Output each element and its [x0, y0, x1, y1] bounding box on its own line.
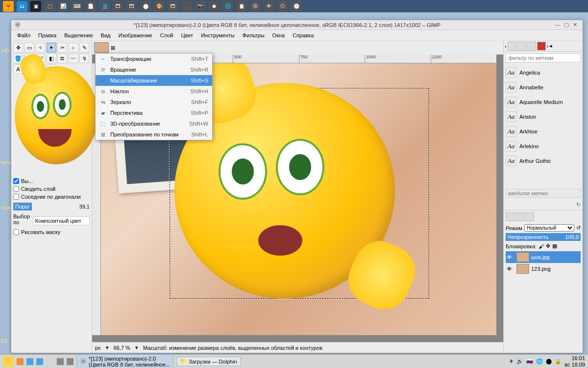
app-icon[interactable]: 🕑	[291, 1, 302, 12]
font-list[interactable]: AaAngelica AaAnnabelle AaAquarelle Mediu…	[504, 64, 583, 187]
path-tool-icon[interactable]: ↯	[79, 53, 89, 63]
tray-icon[interactable]: 🔊	[516, 358, 523, 365]
launcher-icon[interactable]	[36, 358, 43, 365]
app-icon[interactable]: 🗔	[126, 1, 137, 12]
app-icon[interactable]: 🗔	[168, 1, 178, 12]
tray-icon[interactable]: 🌐	[536, 358, 543, 365]
menu-item-scale[interactable]: ⤢МасштабированиеShift+S	[96, 75, 212, 86]
minimize-button[interactable]: —	[555, 22, 562, 28]
menu-file[interactable]: Файл	[13, 31, 34, 40]
doc-history-tab-icon[interactable]	[537, 42, 546, 51]
menu-item-rotate[interactable]: ⟳ВращениеShift+R	[96, 64, 212, 75]
tray-icon[interactable]: ⬤	[546, 358, 552, 365]
app-icon[interactable]: 📷	[195, 1, 206, 12]
taskbar-task-gimp[interactable]: 🐺 *[123] (импортировано)-2.0 (Цвета RGB …	[76, 354, 173, 368]
terminal-icon[interactable]: ▣	[30, 1, 41, 12]
menu-edit[interactable]: Правка	[34, 31, 60, 40]
font-filter-input[interactable]	[506, 53, 581, 62]
app-icon[interactable]: ⬤	[140, 1, 151, 12]
threshold-slider[interactable]: Порог 39,1	[13, 203, 90, 210]
dock-menu-icon[interactable]: ◂	[549, 43, 552, 49]
app-icon[interactable]: 🌐	[222, 1, 233, 12]
check-merge-layer[interactable]: Сводить слой	[13, 185, 90, 193]
check-diagonal[interactable]: Соседние по диагонали	[13, 193, 90, 201]
app-icon[interactable]: ⓐ	[250, 1, 261, 12]
start-icon[interactable]	[3, 356, 14, 367]
menu-item-3d-transform[interactable]: ⬚3D-преобразованиеShift+W	[96, 118, 212, 129]
font-tags-input[interactable]	[506, 189, 581, 198]
chevron-left-icon[interactable]: ‹	[505, 43, 507, 49]
menu-color[interactable]: Цвет	[177, 31, 197, 40]
layers-tab-icon[interactable]	[506, 212, 514, 221]
app-icon[interactable]: 📊	[58, 1, 69, 12]
free-select-tool-icon[interactable]: ✧	[35, 43, 45, 53]
fonts-tab-icon[interactable]	[527, 42, 536, 51]
clone-tool-icon[interactable]: ⧉	[57, 53, 67, 63]
maximize-button[interactable]: ▢	[564, 22, 571, 28]
paths-tab-icon[interactable]	[525, 212, 534, 221]
crop-tool-icon[interactable]: ✂	[57, 43, 67, 53]
image-tab-thumb[interactable]	[94, 42, 109, 53]
smudge-tool-icon[interactable]: 〰	[69, 53, 78, 63]
channels-tab-icon[interactable]	[515, 212, 524, 221]
rect-select-tool-icon[interactable]: ▭	[24, 43, 34, 53]
brushes-tab-icon[interactable]	[508, 42, 516, 51]
layer-name[interactable]: 123.png	[531, 266, 551, 272]
menu-help[interactable]: Справка	[289, 31, 318, 40]
mode-select[interactable]: Нормальный	[524, 224, 574, 232]
menu-view[interactable]: Вид	[97, 31, 115, 40]
menu-image[interactable]: Изображение	[114, 31, 156, 40]
reset-icon[interactable]: ↺	[576, 225, 581, 231]
app-icon[interactable]: 📄	[85, 1, 96, 12]
tray-lock-icon[interactable]: 🔒	[555, 358, 562, 365]
titlebar[interactable]: 🐺 *[123] (импортировано)-2.0 (Цвета RGB …	[11, 20, 583, 30]
app-icon[interactable]: ⌨	[72, 1, 82, 12]
visibility-eye-icon[interactable]: 👁	[507, 254, 514, 260]
menu-tools[interactable]: Инструменты	[197, 31, 239, 40]
app-icon[interactable]: 🗔	[113, 1, 123, 12]
launcher-icon[interactable]	[17, 358, 24, 365]
layer-row[interactable]: 👁 шок.jpg	[506, 251, 581, 263]
menu-item-perspective[interactable]: ▰ПерспективаShift+P	[96, 107, 212, 118]
check-draw-mask[interactable]: Рисовать маску	[13, 228, 90, 236]
zoom-combo[interactable]: 66,7 %	[114, 345, 130, 351]
gimp-icon[interactable]: 🎨	[154, 1, 165, 12]
menu-item-transform[interactable]: ↔ТрансформацииShift+T	[96, 53, 212, 64]
app-icon[interactable]: 🎧	[181, 1, 192, 12]
layer-row[interactable]: 👁 123.png	[506, 263, 581, 275]
transform-tool-icon[interactable]: ⟐	[69, 43, 78, 53]
lock-pixel-icon[interactable]: 🖌	[539, 243, 544, 249]
menu-item-flip[interactable]: ⇋ЗеркалоShift+F	[96, 97, 212, 107]
app-icon[interactable]: ⏺	[209, 1, 220, 12]
eraser-tool-icon[interactable]: ◧	[47, 53, 56, 63]
app-icon[interactable]: ⓘ	[277, 1, 288, 12]
tray-icon[interactable]: ✈	[509, 358, 514, 365]
launcher-icon[interactable]	[26, 358, 33, 365]
app-icon[interactable]: 📘	[99, 1, 110, 12]
select-by-combo[interactable]: Композитный цвет	[33, 216, 90, 225]
launcher-icon[interactable]	[57, 358, 64, 365]
chevron-right-icon[interactable]: ›	[547, 43, 549, 49]
menu-select[interactable]: Выделение	[60, 31, 97, 40]
taskbar-task-dolphin[interactable]: 📁 Загрузки — Dolphin	[176, 357, 241, 366]
app-icon[interactable]: ⬚	[44, 1, 55, 12]
menu-item-handle-transform[interactable]: ⊞Преобразование по точкамShift+L	[96, 129, 212, 140]
tray-icon[interactable]: 🇷🇺	[526, 358, 533, 365]
app-icon[interactable]: 👁	[264, 1, 274, 12]
tab-close-icon[interactable]: ⊠	[111, 45, 115, 51]
launcher-icon[interactable]	[67, 358, 74, 365]
menu-filters[interactable]: Фильтры	[239, 31, 269, 40]
patterns-tab-icon[interactable]	[517, 42, 526, 51]
menu-layer[interactable]: Слой	[156, 31, 177, 40]
layer-name[interactable]: шок.jpg	[531, 254, 550, 260]
close-button[interactable]: ✕	[573, 22, 580, 28]
fuzzy-select-tool-icon[interactable]: ✦	[47, 43, 56, 53]
lock-position-icon[interactable]: ✥	[546, 243, 550, 249]
opacity-slider[interactable]: Непрозрачность 100,0	[506, 233, 581, 241]
move-tool-icon[interactable]: ✥	[13, 43, 23, 53]
lock-alpha-icon[interactable]: ▦	[552, 243, 557, 249]
files-icon[interactable]: 🗂	[17, 1, 27, 12]
menu-item-shear[interactable]: ⧄НаклонShift+H	[96, 86, 212, 97]
refresh-icon[interactable]: ↻	[576, 202, 581, 208]
app-icon[interactable]: 📋	[236, 1, 247, 12]
